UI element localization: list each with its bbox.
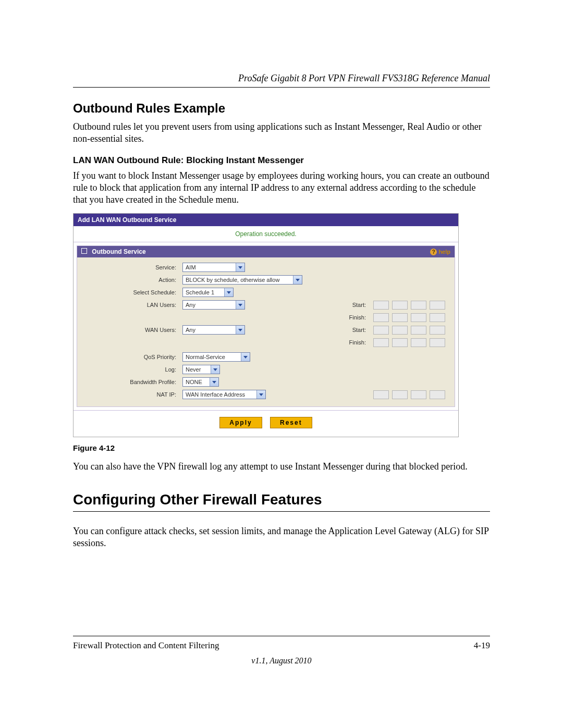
label-service: Service: — [79, 264, 178, 270]
paragraph-outbound-intro: Outbound rules let you prevent users fro… — [73, 121, 490, 145]
label-schedule: Select Schedule: — [79, 289, 178, 295]
apply-button[interactable]: Apply — [219, 417, 262, 428]
footer-section-title: Firewall Protection and Content Filterin… — [73, 640, 219, 651]
wan-finish-ip[interactable] — [373, 338, 462, 347]
figure-caption: Figure 4-12 — [73, 443, 490, 452]
chevron-down-icon — [241, 353, 250, 361]
ip-octet-input[interactable] — [392, 313, 408, 322]
label-lan-users: LAN Users: — [79, 302, 178, 308]
label-nat-ip: NAT IP: — [79, 391, 178, 398]
chevron-down-icon — [236, 301, 244, 309]
lan-start-ip[interactable] — [373, 301, 462, 310]
chevron-down-icon — [211, 365, 219, 374]
heading-other-features: Configuring Other Firewall Features — [73, 491, 490, 508]
help-icon: ? — [430, 249, 437, 255]
doc-header: ProSafe Gigabit 8 Port VPN Firewall FVS3… — [73, 73, 490, 84]
select-qos[interactable]: Normal-Service — [182, 352, 250, 362]
select-action-value: BLOCK by schedule, otherwise allow — [186, 277, 279, 283]
ip-octet-input[interactable] — [411, 338, 426, 347]
heading-outbound-rules: Outbound Rules Example — [73, 101, 490, 116]
ip-octet-input[interactable] — [411, 301, 426, 310]
ip-octet-input[interactable] — [373, 338, 389, 347]
label-lan-start: Start: — [312, 302, 369, 308]
paragraph-other-body: You can configure attack checks, set ses… — [73, 525, 490, 549]
panel-title: Add LAN WAN Outbound Service — [74, 214, 458, 226]
ip-octet-input[interactable] — [392, 338, 408, 347]
select-schedule-value: Schedule 1 — [186, 289, 214, 295]
select-service[interactable]: AIM — [182, 263, 245, 272]
footer-rule — [73, 636, 490, 636]
ip-octet-input[interactable] — [430, 326, 445, 335]
label-qos: QoS Priority: — [79, 354, 178, 360]
paragraph-lanwan-body: If you want to block Instant Messenger u… — [73, 170, 490, 206]
ip-octet-input[interactable] — [392, 390, 408, 399]
reset-button[interactable]: Reset — [270, 417, 312, 428]
form-area: Service: AIM Action: BLOCK by schedule, … — [77, 257, 455, 406]
select-schedule[interactable]: Schedule 1 — [182, 288, 234, 297]
footer-version: v1.1, August 2010 — [73, 656, 490, 665]
select-action[interactable]: BLOCK by schedule, otherwise allow — [182, 275, 302, 285]
select-wan-users[interactable]: Any — [182, 325, 245, 335]
label-wan-start: Start: — [312, 327, 369, 333]
label-lan-finish: Finish: — [312, 314, 369, 320]
ip-octet-input[interactable] — [373, 326, 389, 335]
ip-octet-input[interactable] — [411, 390, 426, 399]
button-row: Apply Reset — [74, 410, 458, 437]
select-log-value: Never — [186, 366, 201, 373]
select-nat-ip[interactable]: WAN Interface Address — [182, 390, 266, 399]
paragraph-after-figure: You can also have the VPN firewall log a… — [73, 461, 490, 473]
chevron-down-icon — [236, 326, 244, 334]
header-rule — [73, 87, 490, 88]
ip-octet-input[interactable] — [430, 301, 445, 310]
label-wan-finish: Finish: — [312, 339, 369, 346]
lan-finish-ip[interactable] — [373, 313, 462, 322]
page-footer: Firewall Protection and Content Filterin… — [73, 632, 490, 665]
ip-octet-input[interactable] — [373, 313, 389, 322]
ip-octet-input[interactable] — [430, 390, 445, 399]
ip-octet-input[interactable] — [430, 313, 445, 322]
label-wan-users: WAN Users: — [79, 327, 178, 333]
screenshot-panel: Add LAN WAN Outbound Service Operation s… — [73, 213, 459, 437]
status-message: Operation succeeded. — [74, 226, 458, 242]
ip-octet-input[interactable] — [373, 390, 389, 399]
select-qos-value: Normal-Service — [186, 354, 225, 360]
chevron-down-icon — [256, 390, 265, 399]
chevron-down-icon — [236, 263, 244, 272]
outbound-service-box: Outbound Service ? help Service: AIM — [77, 245, 455, 407]
select-bandwidth-value: NONE — [186, 379, 202, 385]
select-service-value: AIM — [186, 264, 196, 270]
wan-start-ip[interactable] — [373, 326, 462, 335]
ip-octet-input[interactable] — [411, 326, 426, 335]
ip-octet-input[interactable] — [373, 301, 389, 310]
box-title: Outbound Service — [92, 248, 145, 255]
footer-page-number: 4-19 — [474, 640, 490, 651]
chevron-down-icon — [293, 276, 302, 284]
select-nat-value: WAN Interface Address — [186, 391, 245, 398]
select-bandwidth[interactable]: NONE — [182, 377, 219, 387]
select-lan-users[interactable]: Any — [182, 300, 245, 310]
ip-octet-input[interactable] — [392, 301, 408, 310]
select-wan-value: Any — [186, 327, 195, 333]
box-header: Outbound Service ? help — [77, 246, 455, 257]
ip-octet-input[interactable] — [411, 313, 426, 322]
chevron-down-icon — [210, 378, 218, 386]
nat-ip-input[interactable] — [373, 390, 462, 399]
chevron-down-icon — [224, 288, 233, 297]
label-action: Action: — [79, 277, 178, 283]
box-collapse-icon — [81, 248, 87, 254]
heading-rule — [73, 511, 490, 512]
ip-octet-input[interactable] — [392, 326, 408, 335]
label-bandwidth: Bandwidth Profile: — [79, 379, 178, 385]
ip-octet-input[interactable] — [430, 338, 445, 347]
heading-lanwan-rule: LAN WAN Outbound Rule: Blocking Instant … — [73, 155, 490, 166]
select-log[interactable]: Never — [182, 365, 220, 374]
help-link[interactable]: ? help — [430, 249, 450, 255]
select-lan-value: Any — [186, 302, 195, 308]
help-label: help — [438, 249, 450, 255]
label-log: Log: — [79, 366, 178, 373]
